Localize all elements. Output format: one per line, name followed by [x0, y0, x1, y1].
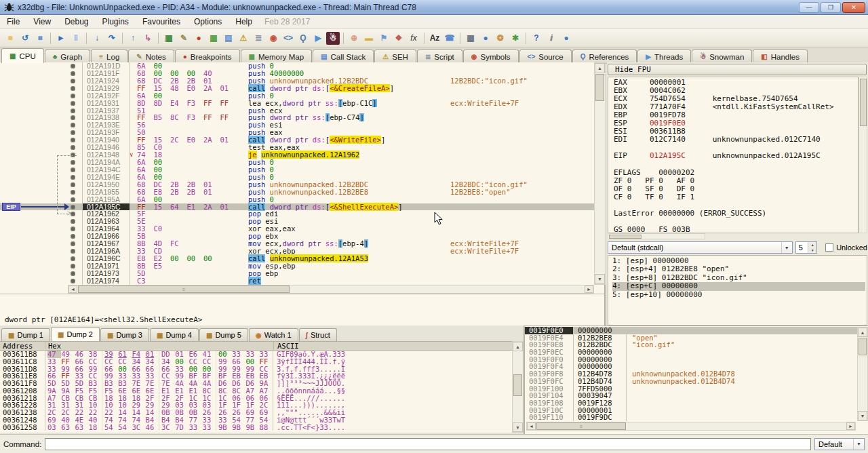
- dump-row[interactable]: 0036124869404E40747474B4B4B4773333547754…: [0, 416, 512, 424]
- breakpoint-dot[interactable]: [71, 79, 75, 83]
- argument-row[interactable]: 5: [esp+10] 00000000: [612, 291, 867, 299]
- breakpoint-dot[interactable]: [71, 71, 75, 76]
- open-file-icon[interactable]: ■: [3, 32, 17, 45]
- symbols-icon[interactable]: ◉: [267, 32, 280, 45]
- tab-dump-5[interactable]: ▦Dump 5: [199, 328, 248, 341]
- calling-convention-select[interactable]: Default (stdcall) ▼: [608, 241, 793, 254]
- breakpoint-dot[interactable]: [71, 226, 75, 231]
- stack-row[interactable]: 0019F0E000000000: [525, 327, 857, 334]
- menu-item-plugins[interactable]: Plugins: [96, 16, 136, 28]
- about-icon[interactable]: ●: [559, 32, 573, 45]
- labels-icon[interactable]: ⚑: [377, 32, 391, 45]
- step-into-icon[interactable]: ↓: [90, 32, 104, 45]
- stack-row[interactable]: 0019F10C00000001: [525, 407, 857, 414]
- stack-row[interactable]: 0019F0E4012B2BE8"open": [525, 334, 857, 342]
- stack-rows[interactable]: 0019F0E0000000000019F0E4012B2BE8"open"00…: [525, 327, 857, 421]
- stack-row[interactable]: 0019F0EC00000000: [525, 349, 857, 356]
- disasm-row[interactable]: 012A1974C3ret: [0, 277, 594, 285]
- breakpoint-dot[interactable]: [71, 64, 75, 68]
- scroll-thumb[interactable]: [860, 79, 867, 126]
- breakpoint-dot[interactable]: [71, 115, 75, 120]
- register-line[interactable]: LastError 00000000 (ERROR_SUCCESS): [614, 210, 858, 218]
- stepper-up-icon[interactable]: ▲: [808, 242, 816, 248]
- tab-dump-4[interactable]: ▦Dump 4: [150, 328, 199, 341]
- breakpoint-dot[interactable]: [71, 168, 75, 172]
- register-line[interactable]: CF 0 TF 0 IF 1: [614, 193, 858, 201]
- scroll-left-arrow[interactable]: ◄: [527, 422, 536, 430]
- arg-count-stepper[interactable]: 5 ▲▼: [795, 241, 818, 254]
- breakpoint-dot[interactable]: [71, 219, 75, 224]
- tab-struct[interactable]: ʃStruct: [299, 328, 337, 341]
- breakpoint-dot[interactable]: [71, 279, 75, 283]
- tab-dump-2[interactable]: ▦Dump 2: [51, 327, 100, 341]
- tab-breakpoints[interactable]: ●Breakpoints: [175, 50, 240, 63]
- stack-row[interactable]: 0019F0E8012B2BDC"icon.gif": [525, 341, 857, 349]
- menu-item-file[interactable]: File: [0, 16, 26, 28]
- tab-graph[interactable]: ♣Graph: [45, 50, 91, 63]
- breakpoint-dot[interactable]: [71, 249, 75, 254]
- run-icon[interactable]: ►: [54, 32, 68, 45]
- source-icon[interactable]: <>: [281, 32, 295, 45]
- stack-hscrollbar[interactable]: ◄ ≡ ►: [526, 422, 856, 431]
- breakpoint-dot[interactable]: [71, 86, 75, 91]
- command-input[interactable]: [45, 438, 811, 450]
- dump-row[interactable]: 003611C833FF66CCCCCC34343400CCCC996600FF…: [0, 358, 512, 366]
- stop-icon[interactable]: ■: [33, 32, 47, 45]
- tab-notes[interactable]: ✎Notes: [128, 50, 174, 63]
- pause-icon[interactable]: ‖: [69, 32, 83, 45]
- dump-row[interactable]: 003612089A9AF5F5F56E6E6EE1E1E18C8C8CA7A7…: [0, 387, 512, 395]
- scroll-thumb[interactable]: [859, 338, 867, 355]
- breakpoint-dot[interactable]: [71, 109, 75, 113]
- tab-dump-1[interactable]: ▦Dump 1: [1, 328, 50, 341]
- stack-row[interactable]: 0019F0F000000000: [525, 356, 857, 363]
- scroll-thumb[interactable]: [513, 374, 522, 396]
- maximize-button[interactable]: ❐: [821, 2, 841, 13]
- tab-symbols[interactable]: ◉Symbols: [463, 50, 519, 63]
- hide-fpu-button[interactable]: Hide FPU: [608, 64, 867, 75]
- tab-cpu[interactable]: ▦CPU: [1, 48, 44, 63]
- tab-threads[interactable]: ▶Threads: [637, 50, 691, 63]
- seh-icon[interactable]: ⚠: [237, 32, 250, 45]
- call-stack-icon[interactable]: ▤: [222, 32, 235, 45]
- breakpoint-dot[interactable]: [71, 101, 75, 106]
- scroll-left-arrow[interactable]: ◄: [68, 285, 77, 293]
- dump-vscrollbar[interactable]: ▲ ▼: [512, 341, 524, 433]
- snowman-icon[interactable]: ☃: [326, 32, 340, 45]
- breakpoint-icon[interactable]: ●: [192, 32, 205, 45]
- close-button[interactable]: ✕: [842, 2, 865, 13]
- step-over-icon[interactable]: ↷: [105, 32, 119, 45]
- arguments-list[interactable]: 1: [esp] 000000002: [esp+4] 012B2BE8 "op…: [608, 255, 867, 326]
- argument-row[interactable]: 4: [esp+C] 00000000: [612, 282, 865, 290]
- menu-item-view[interactable]: View: [26, 16, 58, 28]
- dump-row[interactable]: 003612580363631854543C463C7D33339B9B9B88…: [0, 424, 512, 431]
- breakpoint-dot[interactable]: [71, 212, 75, 216]
- dump-rows[interactable]: 003611B8474946383961F401DD01E64100333333…: [0, 351, 512, 431]
- registers-list[interactable]: EAX 00000001EBX 0004C062ECX 754D7654 ker…: [608, 77, 859, 233]
- step-out-icon[interactable]: ↑: [126, 32, 140, 45]
- breakpoint-dot[interactable]: [71, 271, 75, 276]
- restart-icon[interactable]: ↺: [18, 32, 32, 45]
- threads-icon[interactable]: ▶: [311, 32, 325, 45]
- tab-seh[interactable]: ⚠SEH: [374, 50, 416, 63]
- disasm-row[interactable]: 012A19318D8DE4F3FFFFlea ecx,dword ptr ss…: [0, 100, 594, 107]
- stack-row[interactable]: 0019F1080019F128: [525, 399, 857, 407]
- tab-handles[interactable]: ◧Handles: [753, 50, 808, 63]
- memory-map-icon[interactable]: ▦: [207, 32, 220, 45]
- tab-references[interactable]: ϘReferences: [572, 50, 637, 63]
- notes-icon[interactable]: ✎: [177, 32, 191, 45]
- tab-log[interactable]: ≡Log: [91, 50, 127, 63]
- disassembly-vscrollbar[interactable]: ▲ ▼: [594, 62, 606, 285]
- stack-vscrollbar[interactable]: ▲ ▼: [857, 327, 868, 421]
- globe-icon[interactable]: ●: [479, 32, 492, 45]
- stack-row[interactable]: 0019F1007FFD5000: [525, 385, 857, 393]
- breakpoint-dot[interactable]: [71, 130, 75, 135]
- dump-grid[interactable]: Address Hex ASCII 003611B8474946383961F4…: [0, 341, 512, 433]
- breakpoint-dot[interactable]: [71, 182, 75, 187]
- minimize-button[interactable]: —: [799, 2, 819, 13]
- menu-item-favourites[interactable]: Favourites: [136, 16, 187, 28]
- tab-snowman[interactable]: ☃Snowman: [692, 50, 752, 63]
- run-to-user-icon[interactable]: ↳: [141, 32, 155, 45]
- patches-icon[interactable]: ⊕: [347, 32, 361, 45]
- registers-vscrollbar[interactable]: [859, 77, 867, 233]
- breakpoint-dot[interactable]: [71, 138, 75, 142]
